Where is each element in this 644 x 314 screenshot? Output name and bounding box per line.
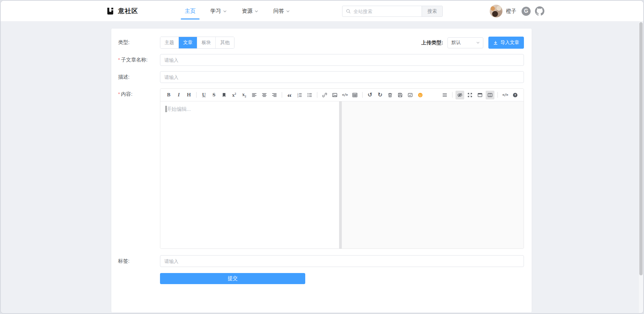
- align-left-icon[interactable]: [250, 91, 259, 99]
- export-icon[interactable]: [406, 91, 415, 99]
- upload-type-select[interactable]: 默认: [447, 37, 483, 48]
- scrollbar-thumb[interactable]: [639, 22, 643, 275]
- markdown-editor: BIHUSx2x2“123</>↺↻ </>? 开始编辑...: [160, 88, 524, 249]
- search-input[interactable]: [351, 6, 422, 16]
- github-icon[interactable]: [535, 6, 544, 16]
- type-segmented-control: 主题文章板块其他: [160, 37, 234, 49]
- type-option[interactable]: 其他: [216, 37, 234, 48]
- toolbar-divider: [282, 92, 282, 98]
- nav-item[interactable]: 资源: [240, 1, 260, 21]
- chevron-down-icon: [223, 9, 227, 13]
- site-title: 意社区: [118, 7, 138, 15]
- form-row-submit: 提交: [118, 273, 524, 284]
- sub-article-name-label: *子文章名称:: [118, 54, 160, 66]
- unordered-list-icon[interactable]: [305, 91, 314, 99]
- underline-icon[interactable]: U: [200, 91, 208, 99]
- toolbar-divider: [317, 92, 317, 98]
- nav-item[interactable]: 问答: [272, 1, 291, 21]
- split-view-icon[interactable]: [486, 91, 494, 99]
- download-icon: [493, 40, 498, 45]
- italic-icon[interactable]: I: [174, 91, 183, 99]
- editor-input-pane[interactable]: 开始编辑...: [160, 101, 339, 249]
- svg-text:3: 3: [298, 95, 299, 97]
- align-right-icon[interactable]: [270, 91, 279, 99]
- redo-icon[interactable]: ↻: [376, 91, 384, 99]
- nav-item[interactable]: 主页: [183, 1, 197, 21]
- import-article-button[interactable]: 导入文章: [488, 37, 524, 49]
- post-form-card: 类型: 主题文章板块其他 上传类型: 默认 导入文章: [111, 29, 532, 312]
- save-icon[interactable]: [396, 91, 405, 99]
- superscript-icon[interactable]: x2: [230, 91, 238, 99]
- align-center-icon[interactable]: [260, 91, 269, 99]
- type-option[interactable]: 主题: [160, 37, 179, 48]
- subscript-icon[interactable]: x2: [240, 91, 249, 99]
- chevron-down-icon: [286, 9, 290, 13]
- toolbar-divider: [362, 92, 363, 98]
- upload-group: 上传类型: 默认 导入文章: [421, 37, 524, 49]
- text-caret: [166, 106, 166, 112]
- editor-preview-pane: [342, 101, 524, 249]
- toolbar-divider: [497, 92, 498, 98]
- toolbar-divider: [452, 92, 452, 98]
- emoji-icon[interactable]: [416, 91, 425, 99]
- help-icon[interactable]: ?: [511, 91, 520, 99]
- source-code-icon[interactable]: </>: [501, 91, 509, 99]
- svg-text:?: ?: [514, 93, 516, 97]
- form-row-type: 类型: 主题文章板块其他 上传类型: 默认 导入文章: [118, 37, 524, 49]
- delete-icon[interactable]: [386, 91, 394, 99]
- nav-item[interactable]: 学习: [209, 1, 228, 21]
- description-input[interactable]: [160, 71, 524, 83]
- code-block-icon[interactable]: </>: [340, 91, 349, 99]
- fullscreen-icon[interactable]: [466, 91, 474, 99]
- nav-links: 主页学习资源问答: [183, 1, 291, 21]
- toolbar-divider: [196, 92, 197, 98]
- chevron-down-icon: [254, 9, 259, 13]
- form-row-description: 描述:: [118, 71, 524, 83]
- brand[interactable]: 意社区: [106, 1, 138, 21]
- tags-label: 标签:: [118, 255, 160, 267]
- image-icon[interactable]: [330, 91, 339, 99]
- editor-placeholder: 开始编辑...: [167, 106, 191, 112]
- tags-input[interactable]: [160, 255, 524, 267]
- scrollbar-track[interactable]: [639, 22, 643, 313]
- user-area: 橙子 G: [490, 1, 544, 21]
- sub-article-name-input[interactable]: [160, 54, 524, 66]
- upload-type-value: 默认: [451, 40, 461, 46]
- editor-pane-divider[interactable]: [339, 101, 342, 249]
- form-row-tags: 标签:: [118, 255, 524, 267]
- bold-icon[interactable]: B: [164, 91, 173, 99]
- type-label: 类型:: [118, 37, 160, 49]
- link-icon[interactable]: [320, 91, 329, 99]
- content-label: *内容:: [118, 88, 160, 249]
- ordered-list-icon[interactable]: 123: [295, 91, 304, 99]
- quote-icon[interactable]: “: [285, 91, 294, 99]
- browser-window: 意社区 主页学习资源问答 搜索 橙子 G 类型: 主题文章板块其他 上传类型:: [0, 0, 644, 314]
- search-icon: [342, 6, 351, 16]
- avatar[interactable]: [490, 5, 502, 17]
- form-row-sub-article-name: *子文章名称:: [118, 54, 524, 66]
- catalog-icon[interactable]: [440, 91, 449, 99]
- chevron-down-icon: [476, 41, 480, 45]
- strikethrough-icon[interactable]: S: [210, 91, 218, 99]
- site-search: 搜索: [342, 6, 443, 17]
- upload-type-label: 上传类型:: [421, 40, 443, 46]
- description-label: 描述:: [118, 71, 160, 83]
- navbar: 意社区 主页学习资源问答 搜索 橙子 G: [1, 1, 643, 21]
- form-row-content: *内容: BIHUSx2x2“123</>↺↻ </>? 开始编辑...: [118, 88, 524, 249]
- bookmark-icon[interactable]: [220, 91, 228, 99]
- preview-off-icon[interactable]: [455, 91, 464, 99]
- type-option[interactable]: 板块: [197, 37, 216, 48]
- table-icon[interactable]: [351, 91, 359, 99]
- search-button[interactable]: 搜索: [422, 6, 442, 16]
- submit-button[interactable]: 提交: [160, 273, 305, 284]
- type-option[interactable]: 文章: [179, 37, 197, 48]
- username[interactable]: 橙子: [506, 8, 516, 14]
- editor-toolbar: BIHUSx2x2“123</>↺↻ </>?: [160, 89, 524, 101]
- editor-body: 开始编辑...: [160, 101, 524, 249]
- site-logo-icon: [106, 7, 114, 15]
- heading-icon[interactable]: H: [184, 91, 193, 99]
- page-preview-icon[interactable]: [476, 91, 484, 99]
- gitee-icon[interactable]: G: [522, 7, 531, 16]
- undo-icon[interactable]: ↺: [366, 91, 374, 99]
